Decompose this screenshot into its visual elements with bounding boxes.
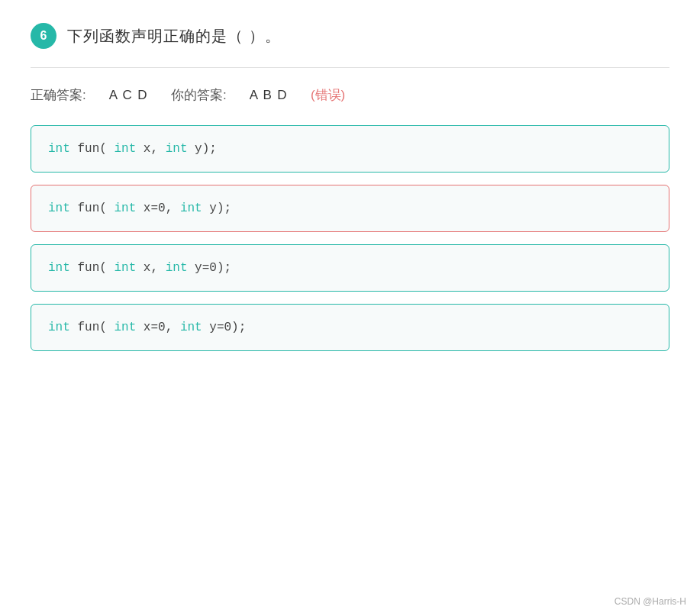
correct-answer-label: 正确答案:: [31, 86, 86, 104]
option-a-plain2: x,: [144, 142, 158, 156]
option-c[interactable]: int fun( int x, int y=0);: [31, 244, 669, 292]
option-d-keyword3: int: [180, 321, 202, 334]
option-d-keyword2: int: [114, 321, 136, 334]
option-d[interactable]: int fun( int x=0, int y=0);: [31, 304, 669, 351]
option-a-keyword2: int: [114, 142, 136, 156]
option-b-plain3: y);: [209, 202, 231, 215]
option-d-plain2: x=0,: [144, 321, 173, 334]
option-b-keyword1: int: [48, 202, 70, 215]
option-c-keyword2: int: [114, 261, 136, 275]
option-a-plain3: y);: [195, 142, 217, 156]
watermark: CSDN @Harris-H: [615, 596, 686, 607]
option-b-keyword2: int: [114, 202, 136, 215]
option-b[interactable]: int fun( int x=0, int y);: [31, 185, 669, 232]
option-a-keyword3: int: [166, 142, 188, 156]
user-answer-label: 你的答案:: [171, 86, 227, 104]
option-c-keyword1: int: [48, 261, 70, 275]
divider: [31, 67, 669, 68]
option-c-keyword3: int: [166, 261, 188, 275]
page-container: 6 下列函数声明正确的是（ ）。 正确答案: A C D 你的答案: A B D…: [0, 0, 700, 616]
option-b-plain1: fun(: [77, 202, 106, 215]
answer-row: 正确答案: A C D 你的答案: A B D (错误): [31, 86, 669, 104]
user-answer-value: A B D: [250, 88, 288, 103]
option-a-plain: fun(: [77, 142, 106, 156]
question-text: 下列函数声明正确的是（ ）。: [67, 26, 281, 47]
option-c-plain2: x,: [144, 261, 158, 275]
question-number-badge: 6: [31, 23, 56, 49]
option-d-plain1: fun(: [77, 321, 106, 334]
option-b-keyword3: int: [180, 202, 202, 215]
correct-answer-value: A C D: [109, 88, 148, 103]
option-a-keyword1: int: [48, 142, 70, 156]
option-d-plain3: y=0);: [209, 321, 246, 334]
question-header: 6 下列函数声明正确的是（ ）。: [31, 23, 669, 49]
option-a[interactable]: int fun( int x, int y);: [31, 125, 669, 173]
option-c-plain1: fun(: [77, 261, 106, 275]
option-d-keyword1: int: [48, 321, 70, 334]
answer-status-badge: (错误): [311, 86, 345, 104]
option-c-plain3: y=0);: [195, 261, 231, 275]
option-b-plain2: x=0,: [144, 202, 173, 215]
